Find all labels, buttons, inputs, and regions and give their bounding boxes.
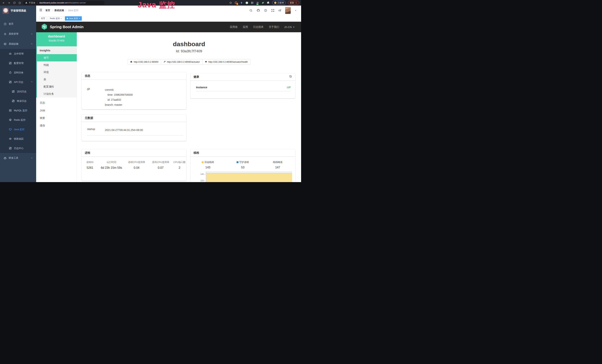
sidebar-item-dev-tools[interactable]: 研发工具 — [0, 153, 36, 163]
peak-threads-label: 线程峰值 — [273, 161, 282, 163]
user-avatar[interactable] — [285, 7, 291, 14]
git-key: git — [87, 87, 105, 107]
extension-pin-icon[interactable] — [240, 1, 243, 4]
sba-item-mappings[interactable]: 映射 — [36, 114, 77, 122]
heart-icon — [205, 61, 207, 64]
sba-nav-journal[interactable]: 日志报表 — [253, 25, 263, 29]
home-icon — [130, 61, 132, 64]
threads-legend: 活动线程 守护进程 线程峰值 143 53 147 — [190, 160, 295, 170]
breadcrumb-home[interactable]: 首页 — [45, 9, 50, 12]
sidebar-item-redis-monitor[interactable]: Redis 监控 — [0, 115, 36, 125]
reload-icon[interactable] — [13, 1, 16, 4]
app-title: 芋道管理系统 — [11, 9, 26, 12]
git-info-row: git commit: time: 1596289704000 id: 27aa… — [87, 87, 183, 110]
sidebar-item-infra[interactable]: 基础设施 — [0, 39, 36, 49]
sidebar-item-error-log[interactable]: 错误日志 — [0, 96, 36, 106]
val-cpu-cores: 2 — [173, 165, 186, 171]
health-instance-row[interactable]: Instance UP — [196, 86, 291, 91]
sba-item-classes[interactable]: 类 — [37, 76, 77, 83]
col-system-cpu: 系统CPU使用率 — [149, 160, 173, 165]
extension-grid-icon[interactable] — [251, 1, 254, 4]
sba-item-configprops[interactable]: 配置属性 — [37, 83, 77, 90]
tag-redis-monitor[interactable]: Redis 监控× — [48, 16, 64, 21]
tag-java-monitor[interactable]: Java 监控× — [65, 16, 82, 21]
sidebar-item-home[interactable]: 首页 — [0, 19, 36, 29]
log-edit-icon — [12, 90, 15, 93]
back-icon[interactable] — [2, 1, 5, 4]
tags-view: 首页 Redis 监控× Java 监控× — [36, 15, 301, 22]
extension-badge: 1 — [236, 3, 238, 5]
search-icon[interactable] — [249, 9, 253, 12]
sidebar-item-config-manage[interactable]: 配置管理 — [0, 58, 36, 68]
sba-nav-wallboard[interactable]: 应用墙 — [230, 25, 237, 29]
service-url-button[interactable]: http://192.168.0.2:48080/ — [128, 59, 161, 65]
sba-item-caches[interactable]: 缓存 — [36, 122, 77, 129]
gear-icon — [4, 33, 7, 35]
health-url-button[interactable]: http://192.168.0.2:48080/actuator/health — [203, 59, 250, 65]
health-card-title: 健康 — [194, 75, 199, 79]
sidebar-item-system[interactable]: 系统管理 — [0, 29, 36, 39]
col-process-cpu: 进程CPU使用率 — [125, 160, 149, 165]
sba-item-environment[interactable]: 环境 — [37, 69, 77, 76]
fullscreen-icon[interactable] — [271, 9, 274, 12]
address-bar[interactable]: 不安全 | dashboard.yudao.iocoder.cn/infra/a… — [23, 1, 105, 5]
home-icon[interactable] — [18, 1, 21, 4]
live-threads-value: 143 — [190, 165, 225, 170]
browser-menu-icon[interactable]: ⋮ — [295, 2, 297, 4]
extension-leaf-icon[interactable] — [261, 1, 265, 4]
spring-boot-admin-logo-icon[interactable] — [41, 23, 48, 31]
profile-paused-chip[interactable]: 已暂停 — [272, 1, 286, 5]
history-icon[interactable] — [289, 75, 292, 78]
page-annotation: Java 监控 — [138, 0, 175, 10]
sba-instance-header[interactable]: dashboard 93a3fc7f7409 — [36, 32, 77, 46]
sba-item-metrics[interactable]: 性能 — [37, 61, 77, 69]
y-tick-140: 140 — [190, 173, 204, 175]
metadata-card: 元数据 startup 2021-04-27T00:44:31.254+08:0… — [82, 114, 186, 141]
extension-orange-icon[interactable]: 1 — [235, 1, 238, 4]
chevron-up-icon — [31, 43, 33, 45]
sidebar-item-api-log[interactable]: API 日志 — [0, 77, 36, 87]
app-sidebar: 芋道管理系统 首页 系统管理 基础设施 文件管理 — [0, 6, 36, 182]
font-size-icon[interactable]: тT — [279, 9, 281, 12]
sidebar-item-mysql-monitor[interactable]: MySQL 监控 — [0, 106, 36, 115]
y-tick-120: 120 — [190, 180, 204, 182]
hamburger-icon[interactable] — [39, 8, 43, 12]
timer-icon — [9, 71, 12, 74]
status-badge: UP — [287, 86, 291, 89]
daemon-threads-label: 守护进程 — [239, 161, 249, 163]
breadcrumb-current: Java 监控 — [68, 9, 78, 12]
user-menu-caret-icon[interactable]: ▼ — [295, 10, 297, 11]
github-icon[interactable] — [257, 9, 260, 12]
chrome-update-button[interactable]: 更新 ⋮ — [288, 1, 299, 5]
sba-item-scheduled-tasks[interactable]: 计划任务 — [37, 90, 77, 97]
extensions-puzzle-icon[interactable] — [267, 1, 270, 4]
bookmark-star-icon[interactable] — [229, 1, 232, 4]
help-icon[interactable] — [264, 9, 267, 12]
sidebar-item-access-log[interactable]: 访问日志 — [0, 87, 36, 96]
cloud-upload-icon — [9, 52, 12, 55]
sba-title[interactable]: Spring Boot Admin — [50, 25, 83, 29]
sba-main-content: dashboard Id: 93a3fc7f7409 http://192.16… — [77, 32, 301, 182]
sba-nav-applications[interactable]: 应用 — [243, 25, 248, 29]
sidebar-item-trace[interactable]: 链路追踪 — [0, 134, 36, 143]
sba-nav-about[interactable]: 关于我们 — [269, 25, 279, 29]
close-icon[interactable]: × — [61, 17, 62, 20]
tag-home[interactable]: 首页 — [39, 16, 47, 21]
sidebar-item-java-monitor[interactable]: Java 监控 — [0, 125, 36, 134]
close-icon[interactable]: × — [79, 17, 80, 20]
breadcrumb-separator: / — [66, 9, 66, 12]
actuator-url-button[interactable]: http://192.168.0.2:48080/actuator — [161, 59, 203, 65]
sba-sidebar: dashboard 93a3fc7f7409 Insights 细节 性能 环境… — [36, 32, 77, 182]
app-logo-row[interactable]: 芋道管理系统 — [0, 6, 36, 16]
sba-item-logfile[interactable]: 日志 — [36, 99, 77, 107]
extension-onetab-icon[interactable]: on — [256, 1, 259, 4]
sidebar-item-log-center[interactable]: 日志中心 — [0, 143, 36, 153]
extension-y-icon[interactable]: y — [245, 1, 248, 4]
forward-icon[interactable] — [8, 1, 10, 4]
sidebar-item-scheduled-job[interactable]: 定时任务 — [0, 68, 36, 77]
breadcrumb-infra[interactable]: 基础设施 — [54, 9, 64, 12]
sba-language-select[interactable]: zh-CN ▼ — [284, 26, 295, 29]
sidebar-item-file-manage[interactable]: 文件管理 — [0, 49, 36, 58]
sba-item-details[interactable]: 细节 — [37, 54, 77, 61]
sba-item-jvm[interactable]: JVM — [36, 107, 77, 114]
